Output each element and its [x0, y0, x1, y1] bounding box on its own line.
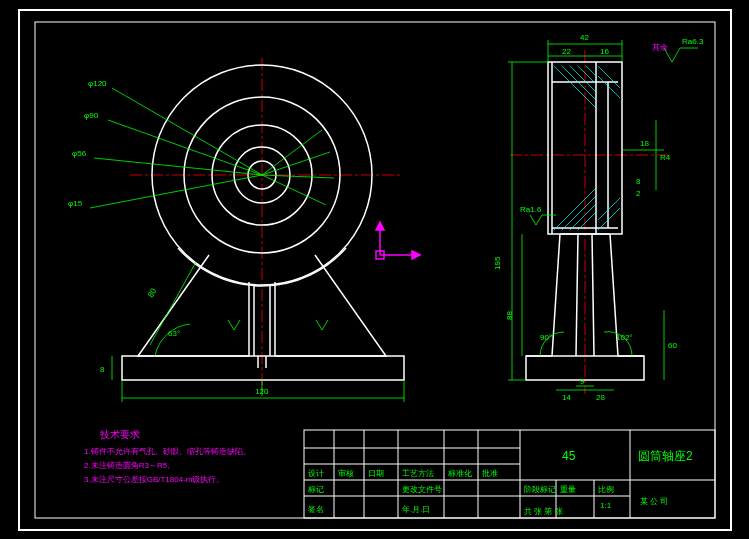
svg-text:工艺方法: 工艺方法 [402, 469, 434, 478]
dim-baseg9: 9 [580, 377, 585, 386]
dim-d2: φ90 [84, 111, 99, 120]
svg-line-14 [262, 130, 322, 175]
svg-line-47 [562, 196, 596, 230]
svg-line-54 [592, 234, 594, 356]
tb-company: 某 公 司 [640, 497, 668, 506]
title-block: 设计 审核 日期 工艺方法 标准化 批准 标记 更改文件号 签名 年.月.日 4… [304, 430, 715, 518]
svg-text:更改文件号: 更改文件号 [402, 485, 442, 494]
dim-tseg2: 16 [600, 47, 609, 56]
dim-angle-left: 63° [168, 329, 180, 338]
general-ra: Ra6.3 其余 [652, 37, 704, 62]
svg-text:审核: 审核 [338, 469, 354, 478]
dim-baseh: 8 [100, 365, 105, 374]
tb-scale: 1:1 [600, 501, 612, 510]
dim-a90: 90° [540, 333, 552, 342]
svg-text:技术要求: 技术要求 [99, 429, 140, 440]
dim-d4: φ15 [68, 199, 83, 208]
dim-ra16: Ra1.6 [520, 205, 542, 214]
tb-partname: 圆筒轴座2 [638, 449, 693, 463]
svg-line-48 [570, 204, 596, 230]
svg-text:2.未注铸造圆角R3～R5。: 2.未注铸造圆角R3～R5。 [84, 461, 175, 470]
dim-gw: 8 [636, 177, 641, 186]
side-view: 42 22 16 18 R4 8 2 Ra1.6 195 88 60 90° 1… [493, 33, 677, 402]
svg-text:比例: 比例 [598, 485, 614, 494]
svg-text:日期: 日期 [368, 469, 384, 478]
ucs-icon [376, 222, 420, 259]
svg-line-41 [570, 66, 596, 92]
svg-line-50 [598, 208, 620, 230]
svg-text:标记: 标记 [307, 485, 324, 494]
svg-text:标准化: 标准化 [447, 469, 472, 478]
svg-text:批准: 批准 [482, 469, 498, 478]
dim-gd: 2 [636, 189, 641, 198]
dim-rib: 80 [146, 286, 159, 299]
dim-d3: φ56 [72, 149, 87, 158]
dim-tseg1: 22 [562, 47, 571, 56]
svg-marker-27 [412, 251, 420, 259]
dim-htotal: 195 [493, 256, 502, 270]
dim-hbody: 88 [505, 311, 514, 320]
svg-text:共   张   第   张: 共 张 第 张 [524, 507, 563, 516]
dim-groovepos: 18 [640, 139, 649, 148]
svg-line-45 [598, 76, 620, 98]
dim-baseg14: 14 [562, 393, 571, 402]
svg-text:其余: 其余 [652, 43, 668, 52]
svg-line-39 [554, 66, 596, 108]
dim-r4: R4 [660, 153, 671, 162]
svg-rect-9 [122, 356, 404, 380]
svg-line-15 [262, 152, 330, 175]
svg-text:3.未注尺寸公差按GB/T1804-m级执行。: 3.未注尺寸公差按GB/T1804-m级执行。 [84, 475, 224, 484]
svg-line-53 [576, 234, 578, 356]
svg-text:年.月.日: 年.月.日 [402, 505, 430, 514]
svg-line-43 [586, 66, 596, 76]
svg-text:1.铸件不允许有气孔、砂眼、缩孔等铸造缺陷。: 1.铸件不允许有气孔、砂眼、缩孔等铸造缺陷。 [84, 447, 251, 456]
svg-text:设计: 设计 [308, 469, 324, 478]
svg-text:重量: 重量 [560, 485, 576, 494]
svg-text:签名: 签名 [308, 505, 324, 514]
svg-marker-29 [376, 222, 384, 230]
dim-baset: 60 [668, 341, 677, 350]
svg-line-44 [598, 66, 620, 88]
svg-line-51 [598, 198, 620, 220]
svg-line-13 [90, 175, 262, 208]
svg-text:Ra6.3: Ra6.3 [682, 37, 704, 46]
dim-basew28: 28 [596, 393, 605, 402]
svg-line-46 [554, 188, 596, 230]
svg-line-17 [262, 175, 326, 205]
tb-material: 45 [562, 449, 576, 463]
front-view: φ120 φ90 φ56 φ15 63° 80 8 120 [68, 58, 404, 402]
dim-topw: 42 [580, 33, 589, 42]
notes-block: 技术要求 1.铸件不允许有气孔、砂眼、缩孔等铸造缺陷。 2.未注铸造圆角R3～R… [84, 429, 251, 484]
hatch-section [554, 66, 620, 230]
dim-d1: φ120 [88, 79, 107, 88]
svg-line-16 [262, 175, 334, 178]
svg-text:阶段标记: 阶段标记 [524, 485, 556, 494]
dim-a102: 102° [616, 333, 633, 342]
